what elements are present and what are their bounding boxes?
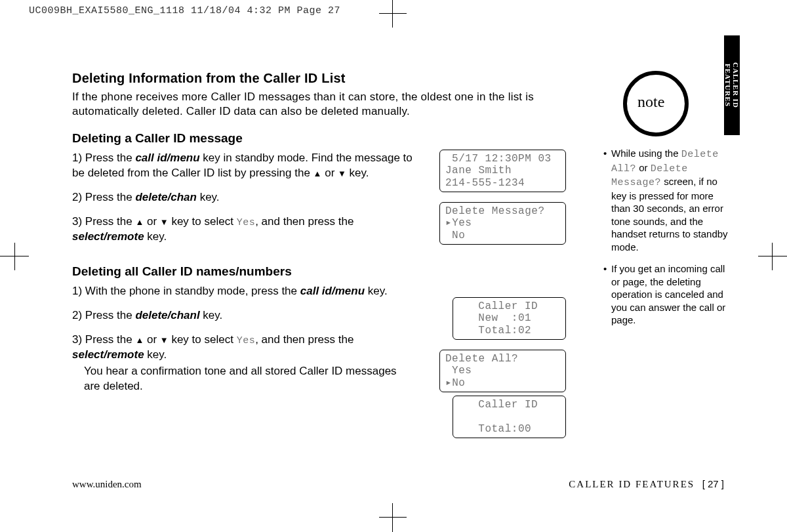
key-call-id-menu: call id/menu	[135, 152, 199, 164]
footer-section-name: CALLER ID FEATURES	[569, 479, 695, 489]
down-arrow-icon	[160, 215, 169, 228]
text: 3) Press the	[72, 333, 135, 346]
main-column: Deleting Information from the Caller ID …	[72, 71, 584, 403]
step-2-3: 3) Press the or key to select Yes, and t…	[72, 333, 407, 394]
lcd-text-yes: Yes	[237, 217, 256, 228]
step-2-2: 2) Press the delete/chanl key.	[72, 308, 420, 323]
footer-section: CALLER ID FEATURES [ 27 ]	[569, 478, 724, 490]
text: or	[321, 167, 338, 179]
lcd-screen-delete-all: Delete All? Yes ▸No	[439, 350, 566, 392]
bullet-icon	[603, 147, 611, 253]
text: key.	[144, 230, 167, 243]
key-call-id-menu: call id/menu	[300, 285, 365, 297]
key-select-remote: select/remote	[72, 230, 144, 243]
note-item: If you get an incoming call or page, the…	[603, 262, 735, 327]
text: key.	[346, 167, 369, 179]
text: or	[144, 333, 160, 346]
page-content: Deleting Information from the Caller ID …	[72, 71, 724, 473]
note-text: While using the Delete All? or Delete Me…	[611, 147, 735, 253]
step-1-3: 3) Press the or key to select Yes, and t…	[72, 215, 420, 245]
text: You hear a confirmation tone and all sto…	[84, 364, 407, 394]
text: 2) Press the	[72, 191, 135, 203]
crop-mark	[772, 243, 773, 270]
key-delete-chanl: delete/chanl	[135, 309, 199, 321]
text: key.	[200, 309, 223, 321]
up-arrow-icon	[135, 333, 144, 346]
crop-mark	[379, 517, 407, 518]
heading-delete-one: Deleting a Caller ID message	[72, 131, 584, 146]
footer-page-number: [ 27 ]	[702, 478, 724, 489]
text: key to select	[169, 333, 237, 346]
text: key.	[197, 191, 220, 203]
note-badge: note	[623, 71, 689, 136]
step-2-1: 1) With the phone in standby mode, press…	[72, 284, 439, 299]
crop-mark	[758, 256, 787, 256]
note-text: If you get an incoming call or page, the…	[611, 262, 735, 327]
up-arrow-icon	[135, 215, 144, 228]
bullet-icon	[603, 262, 611, 327]
text: 3) Press the	[72, 215, 135, 228]
text: 1) With the phone in standby mode, press…	[72, 285, 300, 297]
note-item: While using the Delete All? or Delete Me…	[603, 147, 735, 253]
key-select-remote: select/remote	[72, 348, 144, 361]
text: key.	[144, 348, 167, 361]
up-arrow-icon	[313, 167, 322, 179]
side-notes: While using the Delete All? or Delete Me…	[603, 147, 735, 327]
step-1-2: 2) Press the delete/chan key.	[72, 190, 420, 205]
text: , and then press the	[255, 215, 353, 228]
note-label: note	[637, 93, 664, 111]
text: 2) Press the	[72, 309, 135, 321]
heading-deleting-info: Deleting Information from the Caller ID …	[72, 71, 584, 86]
footer-url: www.uniden.com	[72, 479, 142, 489]
down-arrow-icon	[160, 333, 169, 346]
intro-paragraph: If the phone receives more Caller ID mes…	[72, 90, 544, 119]
crop-mark	[379, 13, 407, 14]
text: or	[144, 215, 160, 228]
manual-page: { "slug":"UC009BH_EXAI5580_ENG_1118 11/1…	[0, 0, 787, 532]
lcd-screen-caller-id-empty: Caller ID Total:00	[453, 396, 566, 438]
crop-mark	[14, 243, 15, 270]
lcd-screen-caller-record: 5/17 12:30PM 03 Jane Smith 214-555-1234	[439, 150, 566, 192]
key-delete-chan: delete/chan	[135, 191, 197, 203]
text: or	[636, 162, 651, 173]
crop-mark	[392, 503, 393, 532]
lcd-screen-delete-message: Delete Message? ▸Yes No	[439, 202, 566, 245]
heading-delete-all: Deleting all Caller ID names/numbers	[72, 264, 584, 279]
down-arrow-icon	[338, 167, 346, 179]
lcd-screen-caller-id-summary: Caller ID New :01 Total:02	[453, 297, 566, 340]
text: While using the	[611, 148, 681, 159]
text: key.	[365, 285, 388, 297]
text: 1) Press the	[72, 152, 135, 164]
crop-mark	[392, 0, 393, 28]
text: , and then press the	[255, 333, 353, 346]
side-column: note While using the Delete All? or Dele…	[603, 71, 735, 336]
step-1-1: 1) Press the call id/menu key in standby…	[72, 151, 420, 181]
page-footer: www.uniden.com CALLER ID FEATURES [ 27 ]	[72, 478, 724, 490]
text: key to select	[169, 215, 237, 228]
lcd-text-yes: Yes	[237, 335, 256, 346]
print-slug: UC009BH_EXAI5580_ENG_1118 11/18/04 4:32 …	[29, 5, 340, 16]
